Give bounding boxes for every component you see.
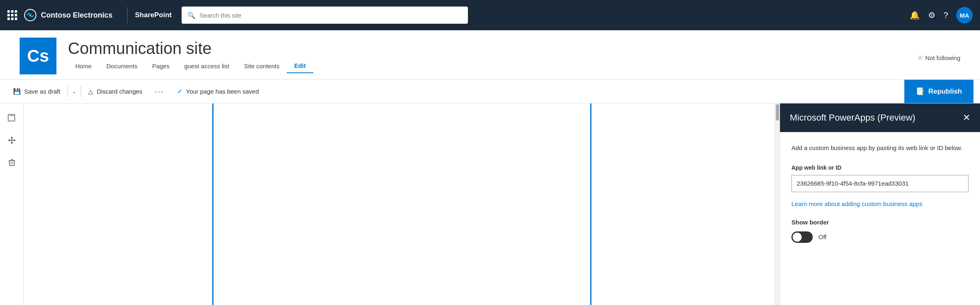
status-bar: ✓ Your page has been saved xyxy=(170,87,266,96)
panel-description: Add a custom business app by pasting its… xyxy=(791,144,969,153)
nav-guest-access[interactable]: guest access list xyxy=(177,59,236,73)
site-title: Communication site xyxy=(68,39,906,57)
content-canvas xyxy=(24,103,780,305)
svg-marker-9 xyxy=(14,139,16,141)
site-header: Cs Communication site Home Documents Pag… xyxy=(0,30,980,80)
top-navigation: Contoso Electronics SharePoint 🔍 🔔 ⚙ ? M… xyxy=(0,0,980,30)
show-border-toggle[interactable] xyxy=(791,231,813,243)
save-icon: 💾 xyxy=(13,88,21,95)
left-sidebar xyxy=(0,103,24,305)
site-title-area: Communication site Home Documents Pages … xyxy=(68,39,906,73)
help-icon[interactable]: ? xyxy=(944,11,948,20)
toolbar: 💾 Save as draft ⌄ △ Discard changes ··· … xyxy=(0,80,980,103)
toggle-row: Off xyxy=(791,231,969,243)
save-draft-button[interactable]: 💾 Save as draft xyxy=(7,80,67,103)
avatar[interactable]: MA xyxy=(956,7,973,23)
nav-divider xyxy=(127,7,128,23)
canvas-col-2 xyxy=(214,103,591,305)
search-icon: 🔍 xyxy=(187,11,196,19)
scrollbar[interactable] xyxy=(775,103,780,305)
save-draft-label: Save as draft xyxy=(24,88,60,95)
site-logo-link[interactable]: Contoso Electronics xyxy=(24,9,112,22)
app-name: SharePoint xyxy=(135,11,172,19)
toggle-knob xyxy=(793,233,802,242)
toolbar-divider-2 xyxy=(81,86,81,97)
nav-pages[interactable]: Pages xyxy=(145,59,177,73)
nav-edit[interactable]: Edit xyxy=(287,59,313,73)
delete-icon[interactable] xyxy=(4,155,19,170)
site-header-actions: ☆ Not following xyxy=(917,51,960,61)
svg-marker-6 xyxy=(11,137,13,138)
check-icon: ✓ xyxy=(177,87,183,96)
logo-text: Contoso Electronics xyxy=(41,11,112,20)
contoso-logo-icon xyxy=(24,9,37,22)
trash-icon xyxy=(7,158,16,167)
app-link-label: App web link or ID xyxy=(791,164,969,171)
nav-home[interactable]: Home xyxy=(68,59,99,73)
scroll-thumb[interactable] xyxy=(776,104,779,121)
save-chevron[interactable]: ⌄ xyxy=(69,80,80,103)
follow-label: Not following xyxy=(925,54,960,61)
panel-body: Add a custom business app by pasting its… xyxy=(780,132,980,305)
panel-header: Microsoft PowerApps (Preview) ✕ xyxy=(780,103,980,132)
site-logo: Cs xyxy=(20,38,56,74)
nav-icons: 🔔 ⚙ ? MA xyxy=(910,7,973,23)
svg-rect-10 xyxy=(9,161,14,166)
discard-icon: △ xyxy=(88,88,93,95)
waffle-icon xyxy=(7,10,17,20)
settings-icon[interactable]: ⚙ xyxy=(928,10,935,20)
show-border-label: Show border xyxy=(791,219,969,226)
search-box: 🔍 xyxy=(182,7,468,24)
more-icon: ··· xyxy=(155,87,164,96)
panel-title: Microsoft PowerApps (Preview) xyxy=(790,112,915,123)
notifications-icon[interactable]: 🔔 xyxy=(910,10,920,20)
pencil-icon xyxy=(7,114,16,123)
toolbar-divider-1 xyxy=(67,86,68,97)
toggle-state-label: Off xyxy=(818,233,827,240)
search-input[interactable] xyxy=(200,12,462,19)
nav-site-contents[interactable]: Site contents xyxy=(236,59,287,73)
app-link-input[interactable] xyxy=(791,175,969,192)
svg-point-1 xyxy=(29,14,31,16)
svg-rect-2 xyxy=(8,114,15,121)
waffle-menu[interactable] xyxy=(7,10,17,20)
move-icon[interactable] xyxy=(4,133,19,148)
canvas-col-1 xyxy=(24,103,214,305)
discard-label: Discard changes xyxy=(97,88,142,95)
site-navigation: Home Documents Pages guest access list S… xyxy=(68,59,906,73)
svg-marker-8 xyxy=(8,139,10,141)
panel-close-button[interactable]: ✕ xyxy=(963,112,970,123)
canvas-col-3 xyxy=(591,103,780,305)
edit-sidebar-icon[interactable] xyxy=(4,111,19,126)
search-container: 🔍 xyxy=(182,7,468,24)
status-label: Your page has been saved xyxy=(186,88,259,95)
site-header-top: Cs Communication site Home Documents Pag… xyxy=(20,38,960,74)
svg-marker-7 xyxy=(11,142,13,144)
move-arrows-icon xyxy=(7,136,16,145)
republish-button[interactable]: 📑 Republish xyxy=(904,80,973,103)
discard-button[interactable]: △ Discard changes xyxy=(82,80,149,103)
powerapps-panel: Microsoft PowerApps (Preview) ✕ Add a cu… xyxy=(780,103,980,305)
star-icon: ☆ xyxy=(917,54,923,61)
main-area: Microsoft PowerApps (Preview) ✕ Add a cu… xyxy=(0,103,980,305)
nav-documents[interactable]: Documents xyxy=(99,59,145,73)
follow-button[interactable]: ☆ Not following xyxy=(917,54,960,61)
learn-more-link[interactable]: Learn more about adding custom business … xyxy=(791,200,969,207)
more-options-button[interactable]: ··· xyxy=(149,80,170,103)
book-icon: 📑 xyxy=(916,87,924,96)
republish-label: Republish xyxy=(928,87,962,96)
